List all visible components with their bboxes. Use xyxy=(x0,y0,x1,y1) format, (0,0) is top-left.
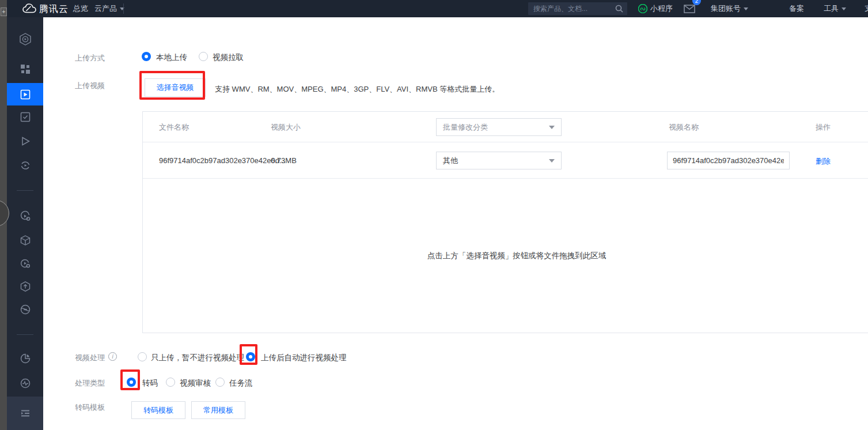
media-grid-icon xyxy=(20,63,31,75)
upload-form: 上传方式 本地上传 视频拉取 上传视频 选择音视频 支持 WMV、RM、MOV、… xyxy=(43,17,868,430)
vod-logo-icon xyxy=(18,32,32,46)
chevron-down-icon xyxy=(549,126,555,129)
radio-taskflow-label[interactable]: 任务流 xyxy=(229,378,253,388)
radio-auto-process[interactable] xyxy=(246,352,255,361)
search-placeholder: 搜索产品、文档... xyxy=(533,2,587,15)
chevron-down-icon xyxy=(842,7,846,10)
chevron-down-icon xyxy=(549,159,555,163)
sidebar-item-video-upload-selected[interactable] xyxy=(7,83,43,105)
top-navigation-bar: 腾讯云 总览 云产品 搜索产品、文档... 小程序 2 集团账号 备案 工具 支… xyxy=(7,0,868,17)
sidebar-divider xyxy=(17,190,33,191)
topbar-divider xyxy=(123,3,124,14)
radio-review-label[interactable]: 视频审核 xyxy=(180,378,211,388)
radio-transcode[interactable] xyxy=(127,378,136,387)
radio-upload-only[interactable] xyxy=(138,352,147,361)
radio-review[interactable] xyxy=(166,378,175,387)
search-icon[interactable] xyxy=(615,5,623,13)
sidebar-item-task-center[interactable] xyxy=(7,397,43,430)
radio-taskflow[interactable] xyxy=(215,378,225,387)
table-row: 96f9714af0c2b97ad302e370e42e0d... 6.73MB… xyxy=(143,142,868,179)
sidebar-item-distribute[interactable] xyxy=(7,275,43,298)
cube-icon xyxy=(20,235,31,246)
nav-products[interactable]: 云产品 xyxy=(94,0,124,17)
file-dropzone[interactable]: 点击上方「选择音视频」按钮或将文件拖拽到此区域 xyxy=(143,179,868,333)
sidebar-item-stream[interactable] xyxy=(7,298,43,321)
sidebar-item-schedule[interactable] xyxy=(7,252,43,275)
play-gear-icon xyxy=(20,210,31,222)
radio-upload-only-label[interactable]: 只上传，暂不进行视频处理 xyxy=(151,353,244,363)
brand-name[interactable]: 腾讯云 xyxy=(39,0,69,17)
choose-av-button[interactable]: 选择音视频 xyxy=(145,78,206,97)
process-type-label: 处理类型 xyxy=(75,378,105,388)
col-video-size: 视频大小 xyxy=(271,112,301,142)
video-name-input[interactable] xyxy=(667,152,790,169)
batch-category-select[interactable]: 批量修改分类 xyxy=(436,118,562,136)
col-video-name: 视频名称 xyxy=(669,112,699,142)
pulse-icon xyxy=(20,378,31,389)
nav-support[interactable]: 支持 xyxy=(865,0,868,17)
upload-file-table: 文件名称 视频大小 批量修改分类 视频名称 操作 96f9714af0c2b97… xyxy=(142,111,868,333)
nav-overview[interactable]: 总览 xyxy=(73,0,88,17)
sidebar-item-media-process[interactable] xyxy=(7,154,43,177)
sidebar-item-play[interactable] xyxy=(7,130,43,153)
play-outline-icon xyxy=(20,135,31,147)
search-input[interactable]: 搜索产品、文档... xyxy=(528,2,627,15)
info-icon[interactable]: i xyxy=(108,352,117,361)
radio-auto-process-label[interactable]: 上传后自动进行视频处理 xyxy=(261,353,347,363)
miniprogram-icon[interactable] xyxy=(638,4,647,13)
sidebar-item-package[interactable] xyxy=(7,229,43,252)
radio-video-pull[interactable] xyxy=(199,52,208,61)
nav-beian[interactable]: 备案 xyxy=(789,0,804,17)
radio-transcode-label[interactable]: 转码 xyxy=(142,378,158,388)
col-action: 操作 xyxy=(816,112,831,142)
nav-tools[interactable]: 工具 xyxy=(824,0,846,17)
nav-miniprogram[interactable]: 小程序 xyxy=(650,0,673,17)
process-loop-icon xyxy=(20,160,31,171)
radio-video-pull-label[interactable]: 视频拉取 xyxy=(213,52,244,63)
video-process-label: 视频处理 xyxy=(75,353,105,363)
upload-video-label: 上传视频 xyxy=(75,81,105,91)
video-upload-icon xyxy=(20,89,31,100)
mail-unread-badge[interactable]: 2 xyxy=(692,0,701,5)
upload-method-label: 上传方式 xyxy=(75,53,105,63)
common-template-button[interactable]: 常用模板 xyxy=(191,401,245,419)
clock-gear-icon xyxy=(20,258,31,269)
transcode-template-label: 转码模板 xyxy=(75,402,105,413)
cell-file-name: 96f9714af0c2b97ad302e370e42e0d... xyxy=(159,156,286,165)
sidebar-divider xyxy=(17,334,33,335)
mail-icon[interactable] xyxy=(684,5,695,13)
cell-video-size: 6.73MB xyxy=(271,156,297,165)
sidebar-item-play-settings[interactable] xyxy=(7,205,43,228)
dropzone-hint: 点击上方「选择音视频」按钮或将文件拖拽到此区域 xyxy=(427,251,607,261)
table-header-row: 文件名称 视频大小 批量修改分类 视频名称 操作 xyxy=(143,112,868,142)
sidebar-item-vod-logo[interactable] xyxy=(7,28,43,51)
sidebar-item-review[interactable] xyxy=(7,105,43,129)
hex-upload-icon xyxy=(20,281,31,292)
left-sidebar xyxy=(7,17,43,430)
review-check-icon xyxy=(20,111,31,123)
sidebar-item-statistics[interactable] xyxy=(7,347,43,370)
transcode-template-button[interactable]: 转码模板 xyxy=(131,401,185,419)
chevron-down-icon xyxy=(744,7,748,10)
stream-icon xyxy=(20,304,31,315)
background-window-plus-icon: + xyxy=(1,7,7,16)
tencent-cloud-console: + 腾讯云 总览 云产品 搜索产品、文档... 小程序 xyxy=(0,0,868,430)
tencent-cloud-logo-icon[interactable] xyxy=(22,3,37,16)
format-hint: 支持 WMV、RM、MOV、MPEG、MP4、3GP、FLV、AVI、RMVB … xyxy=(215,84,499,95)
col-file-name: 文件名称 xyxy=(159,112,189,142)
nav-group-account[interactable]: 集团账号 xyxy=(711,0,748,17)
task-list-icon xyxy=(20,408,31,419)
pie-chart-icon xyxy=(20,353,31,364)
radio-local-upload-label[interactable]: 本地上传 xyxy=(156,52,187,63)
sidebar-item-monitor[interactable] xyxy=(7,372,43,395)
sidebar-item-media-assets[interactable] xyxy=(7,58,43,81)
row-category-select[interactable]: 其他 xyxy=(436,152,562,169)
radio-local-upload[interactable] xyxy=(142,52,151,61)
delete-link[interactable]: 删除 xyxy=(816,156,831,167)
